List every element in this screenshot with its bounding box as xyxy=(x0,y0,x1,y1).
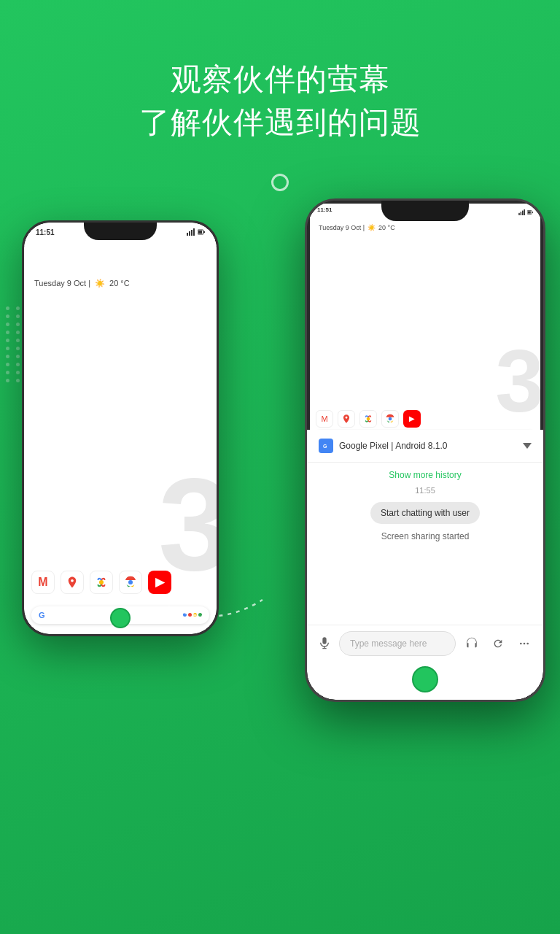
svg-text:G: G xyxy=(323,443,327,448)
svg-rect-10 xyxy=(521,212,522,215)
svg-rect-11 xyxy=(522,210,524,215)
mini-gmail: M xyxy=(316,410,333,428)
svg-rect-20 xyxy=(322,637,326,644)
show-history-link[interactable]: Show more history xyxy=(319,470,532,480)
mini-maps xyxy=(338,410,355,428)
page-title-line2: 了解伙伴遇到的问题 xyxy=(0,101,560,144)
refresh-icon[interactable] xyxy=(488,633,508,654)
svg-point-17 xyxy=(389,417,392,420)
status-time-left: 11:51 xyxy=(36,227,55,236)
svg-point-16 xyxy=(367,417,370,420)
page-indicator xyxy=(0,174,560,191)
pixel-logo: G xyxy=(319,439,333,453)
more-options-icon[interactable] xyxy=(514,633,534,654)
svg-rect-3 xyxy=(193,228,195,236)
date-text-left: Tuesday 9 Oct | xyxy=(34,279,90,287)
svg-rect-14 xyxy=(532,212,533,213)
maps-icon-left xyxy=(61,571,84,594)
svg-rect-1 xyxy=(189,231,190,236)
svg-rect-6 xyxy=(198,231,202,234)
header: 观察伙伴的萤幕 了解伙伴遇到的问题 xyxy=(0,0,560,159)
chat-input-bar: Type message here xyxy=(307,625,543,662)
mic-icon[interactable] xyxy=(316,635,333,652)
screen-bg-left: 11:51 xyxy=(24,223,217,634)
phones-container: 11:51 xyxy=(0,198,560,746)
message-input[interactable]: Type message here xyxy=(339,631,456,656)
notch-left xyxy=(84,223,157,240)
home-button-left[interactable] xyxy=(110,608,131,628)
mini-time: 11:51 xyxy=(317,207,332,218)
signal-icon xyxy=(187,228,195,236)
screen-sharing-message: Screen sharing started xyxy=(319,531,532,541)
weather-left: 20 °C xyxy=(109,279,130,287)
mini-youtube: ▶ xyxy=(403,410,421,428)
page-title-line1: 观察伙伴的萤幕 xyxy=(0,58,560,101)
message-placeholder: Type message here xyxy=(350,638,427,649)
gmail-icon-left: M xyxy=(31,571,55,594)
phone-right-inner: 11:51 Tuesday 9 Oct | ☀️ 20 °C 3 xyxy=(307,201,543,700)
svg-rect-9 xyxy=(518,212,520,215)
home-button-right[interactable] xyxy=(412,666,438,692)
phone-left: 11:51 xyxy=(22,220,219,636)
home-button-right-container xyxy=(307,662,543,700)
chat-bubble-start: Start chatting with user xyxy=(370,502,480,524)
svg-rect-12 xyxy=(524,209,525,215)
mini-photos xyxy=(359,410,377,428)
status-icons-left xyxy=(187,227,205,236)
mini-apps: M ▶ xyxy=(310,410,540,428)
phone-left-screen: 11:51 xyxy=(24,223,217,634)
svg-point-7 xyxy=(99,580,104,584)
date-widget-left: Tuesday 9 Oct | ☀️ 20 °C xyxy=(24,246,217,288)
photos-icon-left xyxy=(90,571,113,594)
mini-date-text: Tuesday 9 Oct | xyxy=(319,224,365,231)
device-label: Google Pixel | Android 8.1.0 xyxy=(339,441,517,451)
mini-weather: 20 °C xyxy=(378,224,395,231)
chat-timestamp: 11:55 xyxy=(319,486,532,495)
svg-rect-0 xyxy=(187,233,188,236)
svg-point-23 xyxy=(520,642,522,644)
battery-icon xyxy=(198,228,205,236)
chat-header: G Google Pixel | Android 8.1.0 xyxy=(307,430,543,463)
sun-icon-left: ☀️ xyxy=(95,279,105,288)
screen-preview: 11:51 Tuesday 9 Oct | ☀️ 20 °C 3 xyxy=(307,201,543,449)
svg-rect-5 xyxy=(203,231,205,233)
svg-point-25 xyxy=(526,642,529,644)
chevron-down-icon[interactable] xyxy=(523,443,532,449)
google-g-left: G xyxy=(39,611,45,620)
headset-icon[interactable] xyxy=(462,633,482,654)
connecting-curve xyxy=(131,578,277,651)
svg-rect-15 xyxy=(528,211,531,213)
svg-point-24 xyxy=(524,642,526,644)
chat-body: Show more history 11:55 Start chatting w… xyxy=(307,463,543,625)
indicator-dot xyxy=(271,174,289,191)
mini-chrome xyxy=(381,410,399,428)
preview-inner: 11:51 Tuesday 9 Oct | ☀️ 20 °C 3 xyxy=(310,204,540,446)
notch-right xyxy=(381,201,469,221)
chat-panel: G Google Pixel | Android 8.1.0 Show more… xyxy=(307,430,543,700)
phone-right: 11:51 Tuesday 9 Oct | ☀️ 20 °C 3 xyxy=(305,198,545,702)
svg-rect-2 xyxy=(191,230,192,236)
